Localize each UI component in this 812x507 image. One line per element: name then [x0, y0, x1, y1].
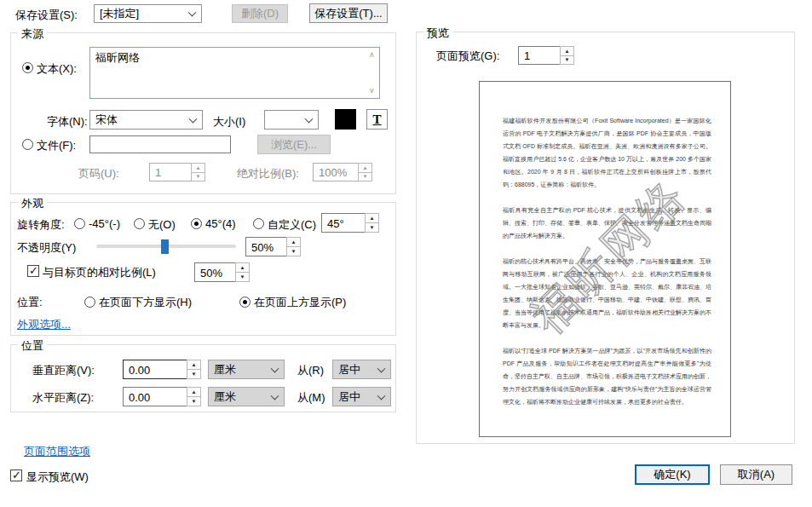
opacity-slider-handle[interactable]: [161, 239, 169, 254]
rotation-45-radio[interactable]: [191, 218, 202, 229]
chevron-down-icon: [305, 114, 314, 123]
rotation-minus45-radio[interactable]: [74, 218, 85, 229]
position-below-label: 在页面下方显示(H): [99, 295, 192, 310]
appearance-legend: 外观: [18, 196, 47, 211]
page-preview-label: 页面预览(G):: [436, 49, 499, 64]
horizontal-from-value: 居中: [338, 389, 360, 405]
opacity-label: 不透明度(Y): [17, 240, 76, 256]
horizontal-unit-select[interactable]: 厘米: [208, 387, 285, 406]
appearance-options-link[interactable]: 外观选项...: [17, 317, 71, 332]
color-swatch[interactable]: [335, 109, 356, 130]
chevron-down-icon: [377, 364, 386, 372]
preview-paragraph: 福昕以“打造全球 PDF 解决方案第一品牌”为愿景，以“开发市场领先和创新性的 …: [503, 344, 711, 408]
spin-up-icon[interactable]: [235, 262, 250, 273]
horizontal-distance-value: 0.00: [129, 390, 150, 403]
show-preview-label: 显示预览(W): [26, 470, 89, 485]
preview-page: 福建福昕软件开发股份有限公司（Foxit Software Incorporat…: [479, 81, 731, 437]
position-above-radio[interactable]: [239, 297, 251, 308]
text-radio[interactable]: [22, 62, 33, 73]
rotation-label: 旋转角度:: [17, 217, 65, 233]
page-preview-spinner[interactable]: 1: [518, 46, 574, 65]
spin-up-icon[interactable]: [365, 213, 379, 223]
horizontal-distance-label: 水平距离(Z):: [32, 390, 94, 406]
spin-up-icon[interactable]: [358, 163, 372, 173]
spin-up-icon[interactable]: [560, 46, 574, 56]
text-style-button[interactable]: T: [366, 109, 388, 130]
position-below-radio[interactable]: [84, 297, 95, 308]
vertical-from-value: 居中: [338, 362, 360, 377]
relative-scale-spinner[interactable]: 50%: [194, 262, 250, 282]
vertical-distance-label: 垂直距离(V):: [32, 363, 95, 378]
rotation-custom-radio[interactable]: [253, 218, 264, 229]
chevron-down-icon: [271, 364, 279, 372]
file-path-input[interactable]: [89, 135, 231, 153]
cancel-button[interactable]: 取消(A): [720, 464, 792, 485]
vertical-unit-value: 厘米: [214, 362, 236, 377]
spin-up-icon[interactable]: [191, 163, 205, 173]
scroll-up-icon[interactable]: ∧: [369, 51, 377, 59]
opacity-value: 50%: [251, 240, 274, 253]
preview-paragraph: 福建福昕软件开发股份有限公司（Foxit Software Incorporat…: [503, 114, 711, 191]
spin-down-icon[interactable]: [358, 173, 372, 182]
opacity-spinner[interactable]: 50%: [245, 237, 301, 256]
chevron-down-icon: [189, 114, 198, 123]
delete-button[interactable]: 删除(D): [232, 4, 288, 23]
browse-button[interactable]: 浏览(E)...: [257, 135, 331, 154]
spin-down-icon[interactable]: [286, 247, 301, 256]
position-legend: 位置: [18, 338, 47, 354]
page-number-value: 1: [155, 166, 161, 179]
horizontal-from-label: 从(M): [297, 390, 325, 406]
rotation-45-label: 45°(4): [205, 217, 236, 230]
preset-select[interactable]: [未指定]: [94, 4, 202, 23]
vertical-from-label: 从(R): [297, 363, 324, 378]
vertical-unit-select[interactable]: 厘米: [208, 360, 285, 379]
file-radio-label: 文件(F):: [37, 138, 76, 153]
size-select[interactable]: [264, 110, 319, 130]
watermark-text-value: 福昕网络: [95, 51, 140, 64]
vertical-distance-value: 0.00: [129, 363, 150, 376]
position-above-label: 在页面上方显示(P): [254, 295, 346, 310]
page-preview-value: 1: [524, 49, 530, 62]
rotation-angle-spinner[interactable]: 45°: [321, 213, 379, 233]
watermark-dialog: 保存设置(S): [未指定] 删除(D) 保存设置(T)... 来源 文本(X)…: [0, 0, 812, 507]
scroll-down-icon[interactable]: ∨: [369, 87, 377, 95]
source-legend: 来源: [18, 26, 47, 42]
rotation-none-radio[interactable]: [134, 218, 145, 229]
spin-up-icon[interactable]: [286, 237, 301, 247]
chevron-down-icon: [188, 9, 197, 17]
radio-dot-icon: [194, 222, 199, 226]
font-label: 字体(N):: [47, 114, 88, 130]
save-settings-button[interactable]: 保存设置(T)...: [309, 3, 388, 23]
spin-down-icon[interactable]: [187, 370, 201, 379]
horizontal-from-select[interactable]: 居中: [332, 387, 391, 406]
relative-scale-checkbox[interactable]: [27, 265, 39, 277]
spin-down-icon[interactable]: [560, 56, 574, 66]
relative-scale-value: 50%: [200, 266, 222, 279]
spin-up-icon[interactable]: [187, 387, 201, 397]
rotation-minus45-label: -45°(-): [89, 217, 120, 230]
page-number-label: 页码(U):: [78, 166, 119, 181]
show-preview-checkbox[interactable]: [10, 470, 22, 481]
ok-button[interactable]: 确定(K): [635, 464, 710, 485]
layer-position-label: 位置:: [17, 295, 43, 310]
horizontal-distance-spinner[interactable]: 0.00: [123, 387, 201, 406]
vertical-distance-spinner[interactable]: 0.00: [123, 360, 201, 379]
watermark-text-input[interactable]: 福昕网络 ∧ ∨: [89, 47, 380, 99]
page-number-spinner[interactable]: 1: [149, 163, 205, 181]
spin-down-icon[interactable]: [235, 273, 250, 282]
size-label: 大小(I): [213, 114, 245, 130]
absolute-scale-value: 100%: [319, 166, 347, 179]
file-radio[interactable]: [22, 139, 33, 150]
spin-down-icon[interactable]: [365, 223, 379, 233]
absolute-scale-spinner[interactable]: 100%: [313, 163, 372, 181]
spin-down-icon[interactable]: [191, 173, 205, 182]
save-settings-label: 保存设置(S):: [15, 8, 78, 23]
chevron-down-icon: [377, 391, 386, 400]
spin-up-icon[interactable]: [187, 360, 201, 370]
radio-dot-icon: [243, 300, 247, 304]
chevron-down-icon: [271, 391, 279, 400]
font-select[interactable]: 宋体: [89, 110, 203, 130]
vertical-from-select[interactable]: 居中: [332, 360, 391, 379]
page-range-options-link[interactable]: 页面范围选项: [24, 444, 90, 459]
spin-down-icon[interactable]: [187, 397, 201, 406]
